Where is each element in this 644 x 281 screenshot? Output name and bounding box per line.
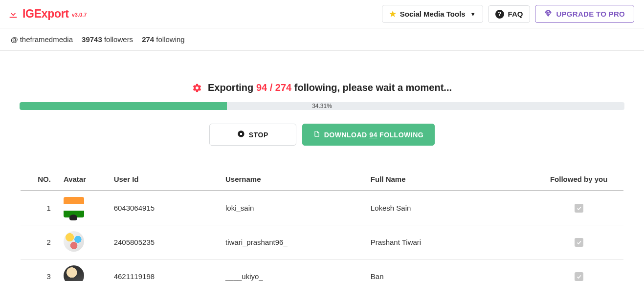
table-row[interactable]: 16043064915loki_sainLokesh Sain — [21, 191, 623, 225]
following-count: 274 — [142, 35, 154, 43]
brand-logo: IGExport — [8, 7, 69, 21]
table-row[interactable]: 34621119198____ukiyo_Ban — [21, 259, 623, 281]
cell-userid: 2405805235 — [110, 225, 222, 259]
cell-fullname: Ban — [367, 259, 534, 281]
at-symbol: @ — [11, 35, 18, 43]
cell-no: 3 — [21, 259, 60, 281]
social-tools-label: Social Media Tools — [400, 10, 466, 18]
export-status-heading: Exporting 94 / 274 following, please wai… — [20, 82, 624, 93]
chevron-down-icon: ▼ — [470, 11, 476, 17]
followers-count: 39743 — [82, 35, 102, 43]
header-avatar: Avatar — [60, 168, 110, 191]
account-info-bar: @theframedmedia 39743 followers 274 foll… — [0, 28, 644, 50]
table-header-row: NO. Avatar User Id Username Full Name Fo… — [21, 168, 623, 191]
table-row[interactable]: 22405805235tiwari_prashant96_Prashant Ti… — [21, 225, 623, 259]
file-icon — [313, 130, 320, 139]
avatar — [64, 231, 84, 252]
question-icon: ? — [495, 10, 504, 19]
download-button[interactable]: DOWNLOAD 94 FOLLOWING — [302, 124, 435, 146]
download-logo-icon — [8, 9, 19, 20]
upgrade-label: UPGRADE TO PRO — [556, 10, 625, 18]
cell-no: 1 — [21, 191, 60, 225]
followers-label: followers — [104, 35, 133, 43]
progress-bar: 34.31% — [20, 102, 624, 110]
avatar — [64, 197, 84, 217]
stop-button[interactable]: STOP — [209, 124, 296, 146]
following-stat: 274 following — [142, 35, 185, 43]
header-username: Username — [222, 168, 367, 191]
top-nav: ★ Social Media Tools ▼ ? FAQ UPGRADE TO … — [382, 5, 634, 23]
faq-label: FAQ — [508, 10, 523, 18]
cell-fullname: Lokesh Sain — [367, 191, 534, 225]
followers-stat: 39743 followers — [82, 35, 133, 43]
action-buttons: STOP DOWNLOAD 94 FOLLOWING — [20, 124, 624, 146]
brand[interactable]: IGExport v3.0.7 — [8, 7, 87, 21]
handle-text: theframedmedia — [20, 35, 73, 43]
followed-checkbox — [575, 204, 583, 213]
top-header: IGExport v3.0.7 ★ Social Media Tools ▼ ?… — [0, 0, 644, 28]
cell-avatar — [60, 259, 110, 281]
cell-followed — [534, 225, 623, 259]
cell-avatar — [60, 225, 110, 259]
stop-icon — [237, 130, 245, 139]
main-content: Exporting 94 / 274 following, please wai… — [0, 50, 644, 281]
star-icon: ★ — [389, 9, 396, 19]
export-prefix: Exporting — [208, 82, 253, 93]
followed-checkbox — [575, 272, 583, 281]
download-count: 94 — [369, 131, 378, 139]
cell-followed — [534, 259, 623, 281]
cell-username: tiwari_prashant96_ — [222, 225, 367, 259]
results-table-container: NO. Avatar User Id Username Full Name Fo… — [20, 168, 624, 281]
followed-checkbox — [575, 238, 583, 247]
header-userid: User Id — [110, 168, 222, 191]
header-followed: Followed by you — [534, 168, 623, 191]
export-text: Exporting 94 / 274 following, please wai… — [208, 82, 452, 93]
cell-fullname: Prashant Tiwari — [367, 225, 534, 259]
faq-button[interactable]: ? FAQ — [488, 5, 531, 23]
avatar — [64, 265, 84, 281]
cell-followed — [534, 191, 623, 225]
header-fullname: Full Name — [367, 168, 534, 191]
export-suffix: following, please wait a moment... — [294, 82, 452, 93]
progress-text: 34.31% — [20, 102, 624, 110]
gear-icon — [192, 83, 202, 93]
cell-userid: 6043064915 — [110, 191, 222, 225]
cell-avatar — [60, 191, 110, 225]
header-no: NO. — [21, 168, 60, 191]
following-label: following — [156, 35, 184, 43]
cell-username: ____ukiyo_ — [222, 259, 367, 281]
export-sep: / — [270, 82, 273, 93]
cell-no: 2 — [21, 225, 60, 259]
brand-name: IGExport — [22, 7, 69, 21]
stop-label: STOP — [249, 131, 268, 139]
account-handle: @theframedmedia — [11, 35, 73, 43]
export-current: 94 — [256, 82, 267, 93]
social-media-tools-button[interactable]: ★ Social Media Tools ▼ — [382, 5, 483, 23]
download-label: DOWNLOAD 94 FOLLOWING — [324, 131, 423, 139]
cell-userid: 4621119198 — [110, 259, 222, 281]
export-total: 274 — [275, 82, 291, 93]
download-suffix: FOLLOWING — [379, 131, 423, 139]
diamond-icon — [544, 10, 552, 18]
svg-rect-1 — [240, 133, 242, 135]
brand-version: v3.0.7 — [72, 12, 87, 18]
download-prefix: DOWNLOAD — [324, 131, 367, 139]
results-table: NO. Avatar User Id Username Full Name Fo… — [21, 168, 623, 281]
cell-username: loki_sain — [222, 191, 367, 225]
upgrade-button[interactable]: UPGRADE TO PRO — [535, 5, 634, 23]
